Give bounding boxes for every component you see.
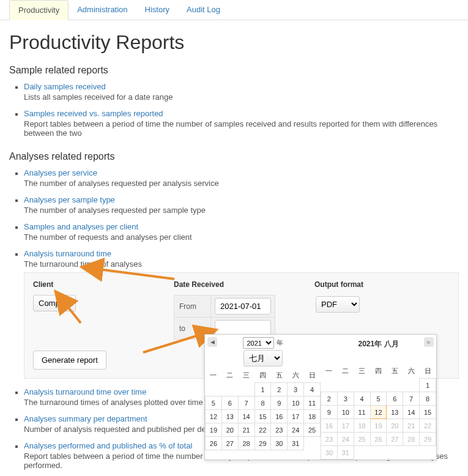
calendar-day[interactable]: 2 xyxy=(271,383,288,396)
calendar-day[interactable]: 26 xyxy=(370,433,387,446)
datepicker-month-select[interactable]: 七月 xyxy=(243,350,283,366)
section-sample-heading: Sample related reports xyxy=(9,65,459,76)
link-analysis-turnaround[interactable]: Analysis turnaround time xyxy=(24,249,111,258)
calendar-day[interactable]: 12 xyxy=(206,410,222,423)
calendar-day[interactable]: 27 xyxy=(387,433,403,446)
dow-header: 二 xyxy=(337,364,354,379)
calendar-day[interactable]: 7 xyxy=(238,396,254,410)
link-analyses-per-sample-type[interactable]: Analyses per sample type xyxy=(24,195,115,204)
calendar-day[interactable]: 26 xyxy=(206,437,222,450)
date-received-label: Date Received xyxy=(174,280,314,289)
calendar-day[interactable]: 23 xyxy=(321,433,338,446)
calendar-day[interactable]: 31 xyxy=(288,437,304,450)
calendar-day[interactable]: 18 xyxy=(304,410,321,423)
calendar-day[interactable]: 25 xyxy=(354,433,370,446)
desc: Report tables between a period of time t… xyxy=(24,119,459,138)
calendar-day[interactable]: 1 xyxy=(420,379,436,392)
calendar-day[interactable]: 4 xyxy=(354,392,370,406)
from-label: From xyxy=(174,296,211,318)
list-item: Samples received vs. samples reported Re… xyxy=(24,109,459,138)
dow-header: 五 xyxy=(271,368,288,383)
generate-report-button[interactable]: Generate report xyxy=(33,351,106,370)
calendar-day[interactable]: 28 xyxy=(238,437,254,450)
tab-history[interactable]: History xyxy=(136,0,178,20)
calendar-day[interactable]: 24 xyxy=(288,423,304,437)
desc: The turnaround times of analyses xyxy=(24,259,459,269)
calendar-day[interactable]: 16 xyxy=(271,410,288,423)
calendar-day[interactable]: 23 xyxy=(271,423,288,437)
desc: The number of analyses requested per ana… xyxy=(24,179,459,188)
calendar-left: 一二三四五六日 12345678910111213141516171819202… xyxy=(205,368,321,450)
sample-report-list: Daily samples received Lists all samples… xyxy=(9,82,459,138)
calendar-day[interactable]: 15 xyxy=(254,410,271,423)
calendar-day[interactable]: 5 xyxy=(370,392,387,406)
calendar-day[interactable]: 10 xyxy=(288,396,304,410)
calendar-day[interactable]: 18 xyxy=(354,419,370,433)
tab-audit-log[interactable]: Audit Log xyxy=(178,0,229,20)
link-performed-published-pct[interactable]: Analyses performed and published as % of… xyxy=(24,441,192,450)
dow-header: 日 xyxy=(304,368,321,383)
report-form: Client Compa Date Received From xyxy=(24,272,459,379)
calendar-day[interactable]: 13 xyxy=(221,410,238,423)
calendar-day[interactable]: 19 xyxy=(370,419,387,433)
link-analyses-per-service[interactable]: Analyses per service xyxy=(24,168,97,177)
calendar-day[interactable]: 20 xyxy=(387,419,403,433)
calendar-day[interactable]: 29 xyxy=(420,433,436,446)
calendar-day[interactable]: 6 xyxy=(387,392,403,406)
calendar-day[interactable]: 14 xyxy=(238,410,254,423)
calendar-day[interactable]: 16 xyxy=(321,419,338,433)
link-daily-samples[interactable]: Daily samples received xyxy=(24,82,106,91)
dow-header: 二 xyxy=(221,368,238,383)
from-date-input[interactable] xyxy=(215,298,271,314)
calendar-day[interactable]: 20 xyxy=(221,423,238,437)
calendar-day[interactable]: 19 xyxy=(206,423,222,437)
calendar-day[interactable]: 22 xyxy=(420,419,436,433)
calendar-day[interactable]: 15 xyxy=(420,406,436,419)
tab-productivity[interactable]: Productivity xyxy=(9,0,69,20)
calendar-day[interactable]: 28 xyxy=(403,433,420,446)
calendar-day[interactable]: 5 xyxy=(206,396,222,410)
client-select[interactable]: Compa xyxy=(33,295,76,311)
calendar-day[interactable]: 30 xyxy=(321,446,338,459)
calendar-day[interactable]: 9 xyxy=(271,396,288,410)
calendar-day[interactable]: 22 xyxy=(254,423,271,437)
calendar-day[interactable]: 11 xyxy=(304,396,321,410)
output-format-select[interactable]: PDF xyxy=(316,296,360,313)
calendar-day[interactable]: 30 xyxy=(271,437,288,450)
calendar-day[interactable]: 3 xyxy=(288,383,304,396)
dow-header: 一 xyxy=(206,368,222,383)
calendar-day[interactable]: 17 xyxy=(337,419,354,433)
calendar-day[interactable]: 12 xyxy=(370,406,387,419)
calendar-day[interactable]: 1 xyxy=(254,383,271,396)
datepicker-prev-icon[interactable]: ◀ xyxy=(207,337,217,347)
calendar-day[interactable]: 8 xyxy=(254,396,271,410)
calendar-day[interactable]: 25 xyxy=(304,423,321,437)
calendar-day[interactable]: 6 xyxy=(221,396,238,410)
calendar-day[interactable]: 24 xyxy=(337,433,354,446)
datepicker-next-icon[interactable]: ▶ xyxy=(424,337,434,347)
link-turnaround-over-time[interactable]: Analysis turnaround time over time xyxy=(24,387,146,396)
datepicker-year-select[interactable]: 2021 xyxy=(243,337,274,349)
calendar-day[interactable]: 11 xyxy=(354,406,370,419)
calendar-day[interactable]: 10 xyxy=(337,406,354,419)
tab-bar: Productivity Administration History Audi… xyxy=(0,0,468,20)
calendar-day[interactable]: 8 xyxy=(420,392,436,406)
calendar-day[interactable]: 21 xyxy=(238,423,254,437)
calendar-day[interactable]: 7 xyxy=(403,392,420,406)
calendar-day[interactable]: 31 xyxy=(337,446,354,459)
calendar-day[interactable]: 2 xyxy=(321,392,338,406)
link-samples-vs-reported[interactable]: Samples received vs. samples reported xyxy=(24,109,163,118)
calendar-day[interactable]: 3 xyxy=(337,392,354,406)
link-samples-analyses-per-client[interactable]: Samples and analyses per client xyxy=(24,222,138,231)
link-summary-per-dept[interactable]: Analyses summary per department xyxy=(24,414,147,423)
calendar-day[interactable]: 9 xyxy=(321,406,338,419)
calendar-day[interactable]: 21 xyxy=(403,419,420,433)
calendar-day[interactable]: 4 xyxy=(304,383,321,396)
tab-administration[interactable]: Administration xyxy=(69,0,136,20)
list-item: Analysis turnaround time The turnaround … xyxy=(24,249,459,379)
calendar-day[interactable]: 17 xyxy=(288,410,304,423)
calendar-day[interactable]: 13 xyxy=(387,406,403,419)
calendar-day[interactable]: 14 xyxy=(403,406,420,419)
calendar-day[interactable]: 27 xyxy=(221,437,238,450)
calendar-day[interactable]: 29 xyxy=(254,437,271,450)
